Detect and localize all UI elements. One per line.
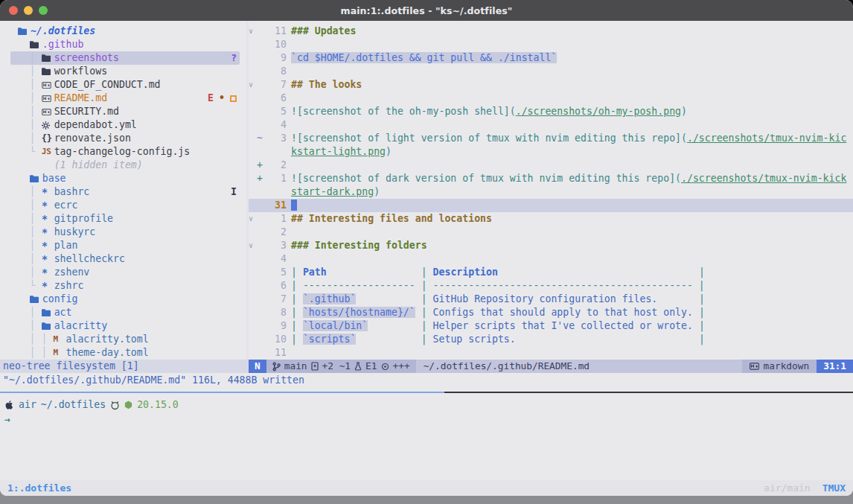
- editor-line[interactable]: kstart-light.png): [249, 145, 853, 159]
- editor-line[interactable]: 8| `hosts/{hostname}/` | Configs that sh…: [249, 306, 853, 319]
- editor-line[interactable]: 10: [249, 38, 853, 51]
- editor-line[interactable]: ~3![screenshot of light version of tmux …: [249, 132, 853, 145]
- tree-item-label: workflows: [54, 65, 107, 78]
- fold-column: [249, 306, 257, 319]
- editor-line[interactable]: 9| `local/bin` | Helper scripts that I'v…: [249, 319, 853, 333]
- maximize-button[interactable]: [39, 6, 48, 15]
- tree-item-huskyrc[interactable]: │ *huskyrc: [0, 226, 246, 239]
- minimize-button[interactable]: [24, 6, 33, 15]
- editor-line[interactable]: +1![screenshot of dark version of tmux w…: [249, 172, 853, 185]
- editor-line[interactable]: 2: [249, 226, 853, 239]
- sign-column: [257, 252, 266, 266]
- tree-item-dependabot-yml[interactable]: │ dependabot.yml: [0, 118, 246, 132]
- tree-item-theme-day-toml[interactable]: │ │ Mtheme-day.toml: [0, 346, 246, 360]
- tree-item-readme-md[interactable]: │ README.mdE•: [0, 92, 246, 105]
- shell-input[interactable]: →: [0, 412, 853, 427]
- text-segment-pipe: |: [699, 320, 705, 331]
- text-segment-md: ![screenshot of the oh-my-posh shell](: [291, 106, 516, 117]
- editor-line[interactable]: 4: [249, 252, 853, 266]
- editor-line[interactable]: 5| Path | Description |: [249, 266, 853, 279]
- editor-line[interactable]: 5![screenshot of the oh-my-posh shell](.…: [249, 105, 853, 118]
- git-sign: +: [257, 159, 266, 172]
- tree-item-workflows[interactable]: │ workflows: [0, 65, 246, 78]
- text-segment-pipe: |: [421, 320, 433, 331]
- tree-indent-guide: └: [0, 145, 42, 159]
- tree-item-github[interactable]: .github: [0, 38, 246, 51]
- window-title: main:1:.dotfiles - "ks~/.dotfiles": [341, 5, 513, 16]
- filetype-label: markdown: [764, 360, 810, 373]
- close-button[interactable]: [9, 6, 18, 15]
- text-segment-h2: ## Interesting files and locations: [291, 213, 492, 224]
- text-segment-md: ![screenshot of light version of tmux wi…: [291, 133, 687, 144]
- text-segment-td: Configs that should apply to that host o…: [433, 307, 693, 318]
- tree-item-config[interactable]: config: [0, 293, 246, 306]
- fold-column: [249, 118, 257, 132]
- text-segment-code: `hosts/{hostname}/`: [303, 307, 415, 318]
- editor-line[interactable]: +2: [249, 159, 853, 172]
- line-number: 7: [266, 293, 287, 306]
- tree-item-dotfiles[interactable]: ~/.dotfiles: [0, 25, 246, 38]
- text-cursor: [291, 200, 297, 211]
- fold-column: [249, 185, 257, 199]
- text-segment-pipe: | ------------------- | ----------------…: [291, 280, 705, 291]
- tree-item-tag-changelog-config-js[interactable]: └ JStag-changelog-config.js: [0, 145, 246, 159]
- editor-line[interactable]: 4: [249, 118, 853, 132]
- fold-chevron-icon[interactable]: ∨: [249, 78, 257, 92]
- editor-line[interactable]: ∨3### Interesting folders: [249, 239, 853, 252]
- tree-item-security-md[interactable]: │ SECURITY.md: [0, 105, 246, 118]
- tree-item-alacritty[interactable]: │ alacritty: [0, 319, 246, 333]
- tree-item-gitprofile[interactable]: │ *gitprofile: [0, 212, 246, 226]
- editor-line[interactable]: 6: [249, 92, 853, 105]
- git-status-badges: ?: [231, 51, 237, 65]
- line-number: 4: [266, 118, 287, 132]
- editor-line[interactable]: 7| `.github` | GitHub Repository configu…: [249, 293, 853, 306]
- tree-item-shellcheckrc[interactable]: │ *shellcheckrc: [0, 252, 246, 266]
- editor-line[interactable]: 11: [249, 346, 853, 360]
- tree-indent-guide: │: [0, 226, 42, 239]
- line-number: 3: [266, 239, 287, 252]
- line-number: 6: [266, 92, 287, 105]
- tree-item-bashrc[interactable]: │ *bashrcI: [0, 185, 246, 199]
- tree-item-renovate-json[interactable]: │ {}renovate.json: [0, 132, 246, 145]
- editor-line[interactable]: ∨7## The looks: [249, 78, 853, 92]
- text-segment-md: ): [386, 146, 392, 157]
- shell-pane[interactable]: air ~/.dotfiles 20.15.0 →: [0, 398, 853, 479]
- editor-line[interactable]: 9`cd $HOME/.dotfiles && git pull && ./in…: [249, 51, 853, 65]
- tree-item-1-hidden-item[interactable]: (1 hidden item): [0, 159, 246, 172]
- sign-column: [257, 266, 266, 279]
- tree-item-plan[interactable]: │ *plan: [0, 239, 246, 252]
- editor-line[interactable]: start-dark.png): [249, 185, 853, 199]
- tmux-window-tab[interactable]: 1:.dotfiles: [7, 482, 71, 494]
- tree-item-screenshots[interactable]: │ screenshots?: [0, 51, 246, 65]
- tree-item-label: act: [54, 306, 72, 319]
- editor-cursor-line[interactable]: 31: [249, 199, 853, 212]
- git-sign: ~: [257, 132, 266, 145]
- editor-line[interactable]: 6| ------------------- | ---------------…: [249, 279, 853, 293]
- tree-item-ecrc[interactable]: │ *ecrc: [0, 199, 246, 212]
- editor-buffer[interactable]: ∨11### Updates109`cd $HOME/.dotfiles && …: [249, 25, 853, 360]
- fold-chevron-icon[interactable]: ∨: [249, 25, 257, 38]
- prompt-arrow-icon: →: [4, 414, 10, 425]
- tree-item-code-of-conduct-md[interactable]: │ CODE_OF_CONDUCT.md: [0, 78, 246, 92]
- tree-item-zshenv[interactable]: │ *zshenv: [0, 266, 246, 279]
- tree-item-label: plan: [54, 239, 78, 252]
- tree-item-zshrc[interactable]: └ *zshrc: [0, 279, 246, 293]
- editor-line[interactable]: 8: [249, 65, 853, 78]
- asterisk-icon: *: [42, 252, 54, 266]
- fold-chevron-icon[interactable]: ∨: [249, 212, 257, 226]
- tree-item-alacritty-toml[interactable]: │ │ Malacritty.toml: [0, 333, 246, 346]
- file-path: ~/.dotfiles/.github/README.md: [416, 360, 742, 373]
- fold-chevron-icon[interactable]: ∨: [249, 239, 257, 252]
- tree-item-act[interactable]: │ act: [0, 306, 246, 319]
- editor-line[interactable]: 10| `scripts` | Setup scripts. |: [249, 333, 853, 346]
- tree-item-label: bashrc: [54, 185, 90, 199]
- tree-item-base[interactable]: base: [0, 172, 246, 185]
- text-segment-plain: [498, 267, 699, 278]
- editor-line[interactable]: ∨1## Interesting files and locations: [249, 212, 853, 226]
- tree-indent-guide: │: [0, 319, 42, 333]
- editor-line[interactable]: ∨11### Updates: [249, 25, 853, 38]
- text-segment-th: Description: [433, 267, 498, 278]
- fold-column: [249, 252, 257, 266]
- line-text: | ------------------- | ----------------…: [291, 279, 705, 293]
- git-status-badge: •: [219, 92, 225, 105]
